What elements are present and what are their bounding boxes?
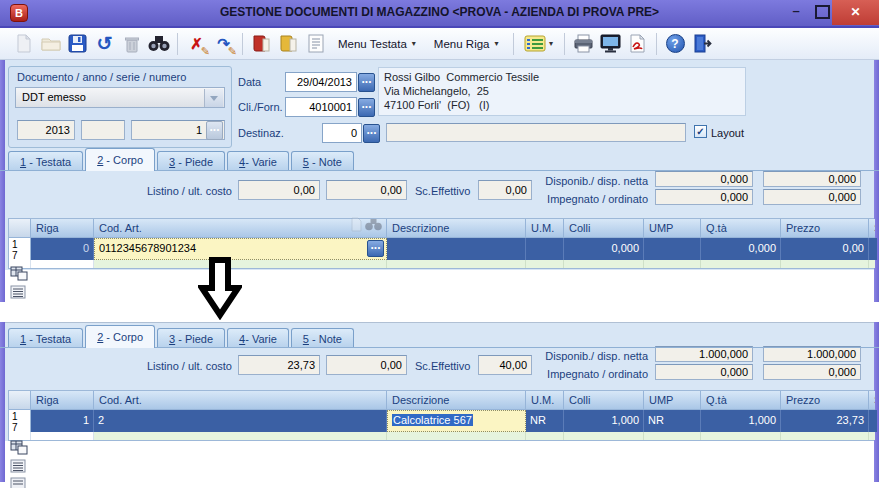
cell-um[interactable] <box>526 238 564 260</box>
customer-line: Via Michelangelo, 25 <box>384 84 745 98</box>
destinaz-lookup-button[interactable]: ... <box>363 124 380 143</box>
row-header[interactable]: 17 <box>9 238 31 260</box>
cell-prezzo[interactable]: 0,00 <box>781 238 869 260</box>
yellow-book-icon[interactable] <box>275 31 302 57</box>
col-descrizione[interactable]: Descrizione <box>387 391 526 410</box>
restore-row-icon[interactable]: ↷✎ <box>210 31 237 57</box>
print-icon[interactable] <box>570 31 597 57</box>
new-document-icon[interactable] <box>10 31 37 57</box>
copy-row-icon[interactable] <box>10 266 28 281</box>
col-cod-art[interactable]: Cod. Art. <box>94 219 387 238</box>
serie-field[interactable] <box>81 120 125 140</box>
col-prezzo[interactable]: Prezzo <box>781 219 869 238</box>
cell-um[interactable]: NR <box>526 410 564 432</box>
document-type-dropdown[interactable]: DDT emesso <box>15 87 225 108</box>
delete-icon[interactable] <box>118 31 145 57</box>
grid-settings-icon[interactable]: ▾ <box>519 31 559 57</box>
destinaz-field[interactable]: 0 <box>322 123 362 143</box>
col-um[interactable]: U.M. <box>526 219 564 238</box>
numero-lookup-button[interactable]: ... <box>206 121 223 140</box>
red-book-icon[interactable] <box>248 31 275 57</box>
tab-corpo[interactable]: 2 - Corpo <box>85 325 155 348</box>
col-colli[interactable]: Colli <box>564 219 644 238</box>
sc-effettivo-field: 40,00 <box>478 355 532 375</box>
help-icon[interactable]: ? <box>662 31 689 57</box>
table-row: 17 0 0112345678901234 ... 0,000 0,000 0,… <box>9 238 873 260</box>
row-list-icon[interactable] <box>10 459 28 474</box>
open-folder-icon[interactable] <box>37 31 64 57</box>
document-list-icon[interactable] <box>302 31 329 57</box>
layout-checkbox[interactable]: ✓ <box>694 125 707 138</box>
col-s[interactable]: S <box>869 391 875 410</box>
tab-note[interactable]: 5 - Note <box>291 328 354 348</box>
tab-corpo[interactable]: 2 - Corpo <box>85 148 155 171</box>
cod-art-lookup-button[interactable]: ... <box>367 240 384 257</box>
tab-varie[interactable]: 4- Varie <box>227 328 289 348</box>
row-list-icon[interactable] <box>10 285 28 300</box>
cell-descrizione[interactable] <box>387 238 526 260</box>
row-header[interactable]: 17 <box>9 410 31 432</box>
data-label: Data <box>238 76 261 88</box>
cell-s[interactable] <box>869 238 877 260</box>
tab-piede[interactable]: 3 - Piede <box>157 151 225 171</box>
cli-forn-field[interactable]: 4010001 <box>285 97 357 117</box>
data-field[interactable]: 29/04/2013 <box>285 72 357 92</box>
col-descrizione[interactable]: Descrizione <box>387 219 526 238</box>
tab-testata[interactable]: 1 - Testata <box>8 151 83 171</box>
dropdown-arrow-icon[interactable] <box>204 89 223 107</box>
col-colli[interactable]: Colli <box>564 391 644 410</box>
cell-descrizione-editing[interactable]: Calcolatrice 567 <box>387 410 526 432</box>
data-lookup-button[interactable]: ... <box>358 73 375 92</box>
row-detail-icon[interactable] <box>10 477 28 488</box>
cell-riga[interactable]: 0 <box>31 238 94 260</box>
selected-text: Calcolatrice 567 <box>392 414 473 426</box>
minimize-button[interactable]: – <box>787 3 805 21</box>
cell-qta[interactable]: 1,000 <box>701 410 781 432</box>
cell-s[interactable] <box>869 410 877 432</box>
anno-field[interactable]: 2013 <box>17 120 75 140</box>
col-ump[interactable]: UMP <box>644 391 701 410</box>
cell-qta[interactable]: 0,000 <box>701 238 781 260</box>
maximize-button[interactable] <box>815 5 830 19</box>
tab-testata[interactable]: 1 - Testata <box>8 328 83 348</box>
app-window: B GESTIONE DOCUMENTI DI MAGAZZINO <PROVA… <box>0 0 879 488</box>
find-binoculars-icon[interactable] <box>145 31 172 57</box>
close-button[interactable]: ✕ <box>832 0 879 25</box>
tab-note[interactable]: 5 - Note <box>291 151 354 171</box>
impegnato-label: Impegnato / ordinato <box>543 368 648 380</box>
grid-header: Riga Cod. Art. Descrizione U.M. Colli UM… <box>9 391 873 410</box>
copy-row-icon[interactable] <box>10 440 28 455</box>
col-qta[interactable]: Q.tà <box>701 391 781 410</box>
col-cod-art[interactable]: Cod. Art. <box>94 391 387 410</box>
listino-field-1: 0,00 <box>238 180 320 200</box>
cli-forn-lookup-button[interactable]: ... <box>358 98 375 117</box>
exit-icon[interactable] <box>689 31 716 57</box>
col-ump[interactable]: UMP <box>644 219 701 238</box>
preview-monitor-icon[interactable] <box>597 31 624 57</box>
impegnato-field-1: 0,000 <box>655 189 753 205</box>
delete-row-icon[interactable]: ✗✎ <box>183 31 210 57</box>
col-riga[interactable]: Riga <box>31 219 94 238</box>
pdf-export-icon[interactable] <box>624 31 651 57</box>
col-prezzo[interactable]: Prezzo <box>781 391 869 410</box>
col-s[interactable]: S <box>869 219 875 238</box>
col-qta[interactable]: Q.tà <box>701 219 781 238</box>
cell-riga[interactable]: 1 <box>31 410 94 432</box>
cell-colli[interactable]: 1,000 <box>564 410 644 432</box>
col-um[interactable]: U.M. <box>526 391 564 410</box>
window-title: GESTIONE DOCUMENTI DI MAGAZZINO <PROVA -… <box>0 5 879 19</box>
cell-ump[interactable]: NR <box>644 410 701 432</box>
save-icon[interactable] <box>64 31 91 57</box>
menu-testata-button[interactable]: Menu Testata▾ <box>329 32 425 56</box>
cell-cod-art[interactable]: 2 <box>94 410 387 432</box>
tab-piede[interactable]: 3 - Piede <box>157 328 225 348</box>
tab-varie[interactable]: 4- Varie <box>227 151 289 171</box>
menu-riga-button[interactable]: Menu Riga▾ <box>425 32 508 56</box>
toolbar-separator <box>513 33 514 55</box>
cell-ump[interactable] <box>644 238 701 260</box>
col-riga[interactable]: Riga <box>31 391 94 410</box>
cell-prezzo[interactable]: 23,73 <box>781 410 869 432</box>
document-group-box: Documento / anno / serie / numero DDT em… <box>8 66 232 148</box>
undo-icon[interactable]: ↺ <box>91 31 118 57</box>
cell-colli[interactable]: 0,000 <box>564 238 644 260</box>
